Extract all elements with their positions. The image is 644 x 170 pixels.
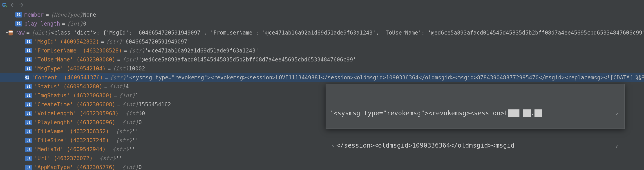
- variable-name: 'MediaId' (4609542944): [34, 146, 106, 153]
- primitive-badge-icon: 01: [25, 39, 32, 44]
- svg-point-2: [5, 6, 6, 7]
- primitive-badge-icon: 01: [25, 138, 32, 143]
- variable-name: 'FromUserName' (4632308528): [34, 48, 122, 54]
- variable-type: {str}: [122, 57, 138, 63]
- variable-value: '@ed6ce5a893afacd014545d45835d5b2bff08d7…: [138, 57, 356, 63]
- soft-wrap-in-icon: ↖: [330, 140, 336, 151]
- equals-sign: =: [108, 146, 111, 153]
- variable-value: '': [129, 146, 135, 153]
- svg-rect-4: [8, 32, 12, 33]
- dict-badge-icon: [8, 30, 12, 35]
- database-icon[interactable]: [2, 2, 7, 7]
- variable-name: 'Content' (4609541376): [32, 75, 103, 81]
- value-tooltip: '<sysmsg type="revokemsg"><revokemsg><se…: [326, 84, 625, 129]
- primitive-badge-icon: 01: [25, 156, 32, 161]
- variable-name: 'MsgId' (4609542832): [34, 39, 99, 45]
- equals-sign: =: [26, 30, 30, 36]
- primitive-badge-icon: 01: [25, 66, 32, 71]
- primitive-badge-icon: 01: [25, 147, 32, 152]
- primitive-badge-icon: 01: [25, 93, 32, 98]
- equals-sign: =: [108, 66, 111, 72]
- primitive-badge-icon: 01: [25, 120, 32, 125]
- variable-value: <class 'dict'>: {'MsgId': '6046654720591…: [51, 30, 644, 36]
- equals-sign: =: [114, 92, 117, 99]
- variable-name: member: [24, 12, 44, 18]
- equals-sign: =: [111, 128, 114, 135]
- nav-back-icon[interactable]: [10, 2, 15, 8]
- equals-sign: =: [101, 39, 104, 45]
- variable-value: 1: [135, 92, 138, 99]
- variable-value: 1556454162: [138, 101, 171, 108]
- variable-type: {int}: [109, 84, 126, 90]
- variable-value: '@ce471ab16a92a1d69d51ade9f63a1243': [145, 48, 259, 54]
- variable-name: raw: [15, 30, 24, 36]
- equals-sign: =: [104, 84, 107, 90]
- primitive-badge-icon: 01: [25, 48, 32, 53]
- variable-type: {int}: [122, 101, 138, 108]
- primitive-badge-icon: 01: [25, 75, 29, 80]
- primitive-badge-icon: 01: [25, 129, 32, 134]
- primitive-badge-icon: 01: [25, 102, 32, 107]
- variable-type: {str}: [106, 39, 122, 45]
- variable-type: {int}: [122, 164, 138, 170]
- panel-tab-bar: msg: [0, 0, 644, 2]
- variable-name: 'Status' (4609543280): [34, 84, 102, 90]
- variable-row[interactable]: 01play_length = {int} 0: [0, 19, 644, 28]
- variable-type: {str}: [116, 137, 132, 144]
- variable-value: '<sysmsg type="revokemsg"><revokemsg><se…: [126, 74, 644, 81]
- variable-name: 'FileName' (4632306352): [34, 128, 109, 135]
- variable-value: 0: [142, 110, 145, 117]
- variable-value: '': [132, 137, 138, 144]
- primitive-badge-icon: 01: [25, 57, 32, 62]
- variable-name: 'Url' (4632376072): [34, 155, 93, 162]
- variable-row[interactable]: 01'FromUserName' (4632308528) = {str} '@…: [0, 46, 644, 55]
- variable-name: play_length: [24, 21, 60, 27]
- variable-row[interactable]: 01'Content' (4609541376) = {str} '<sysms…: [0, 73, 644, 82]
- equals-sign: =: [94, 155, 98, 162]
- variable-type: {int}: [112, 66, 128, 72]
- variable-value: '': [116, 155, 122, 162]
- variable-row[interactable]: 01'ToUserName' (4632308080) = {str} '@ed…: [0, 55, 644, 64]
- tooltip-text: </session><oldmsgid>1090336364</oldmsgid…: [336, 140, 614, 151]
- equals-sign: =: [117, 119, 120, 126]
- variable-row[interactable]: 01'MsgType' (4609542104) = {int} 10002: [0, 64, 644, 73]
- variable-type: {str}: [129, 48, 145, 54]
- primitive-badge-icon: 01: [25, 165, 32, 170]
- variable-type: {dict}: [32, 30, 51, 36]
- variable-value: 4: [126, 84, 128, 90]
- nav-forward-icon[interactable]: [18, 2, 24, 8]
- expand-arrow-icon[interactable]: [6, 31, 8, 34]
- variable-name: 'CreateTime' (4632306608): [34, 101, 115, 108]
- svg-rect-3: [8, 31, 12, 32]
- variable-type: {NoneType}: [50, 12, 83, 18]
- variable-name: 'MsgType' (4609542104): [34, 66, 106, 72]
- variable-name: 'VoiceLength' (4632305968): [34, 110, 119, 117]
- variable-value: None: [83, 12, 96, 18]
- variable-name: 'FileSize' (4632307248): [34, 137, 109, 144]
- variable-value: 0: [138, 164, 142, 170]
- variable-name: 'ToUserName' (4632308080): [34, 57, 115, 63]
- primitive-badge-icon: 01: [15, 21, 22, 26]
- variable-row[interactable]: 01'MsgId' (4609542832) = {str} '60466547…: [0, 37, 644, 46]
- variable-type: {str}: [110, 75, 126, 81]
- variable-name: 'PlayLength' (4632306096): [34, 119, 115, 126]
- svg-point-0: [3, 3, 6, 4]
- variable-row[interactable]: raw = {dict} <class 'dict'>: {'MsgId': '…: [0, 28, 644, 37]
- variable-value: 0: [138, 119, 142, 126]
- variable-type: {str}: [116, 128, 132, 135]
- variable-name: 'AppMsgType' (4632305776): [34, 164, 115, 170]
- variable-value: '': [132, 128, 138, 135]
- variable-type: {str}: [100, 155, 116, 162]
- variable-row[interactable]: 01member = {NoneType} None: [0, 10, 644, 19]
- equals-sign: =: [62, 21, 65, 27]
- equals-sign: =: [120, 110, 124, 117]
- svg-rect-5: [8, 34, 12, 34]
- primitive-badge-icon: 01: [15, 12, 22, 17]
- variable-type: {int}: [119, 92, 135, 99]
- variable-name: 'ImgStatus' (4632306800): [34, 92, 112, 99]
- tooltip-text: '<sysmsg type="revokemsg"><revokemsg><se…: [330, 108, 614, 119]
- equals-sign: =: [117, 101, 120, 108]
- equals-sign: =: [111, 137, 114, 144]
- variable-value: '6046654720591949097': [122, 39, 190, 45]
- primitive-badge-icon: 01: [25, 84, 32, 89]
